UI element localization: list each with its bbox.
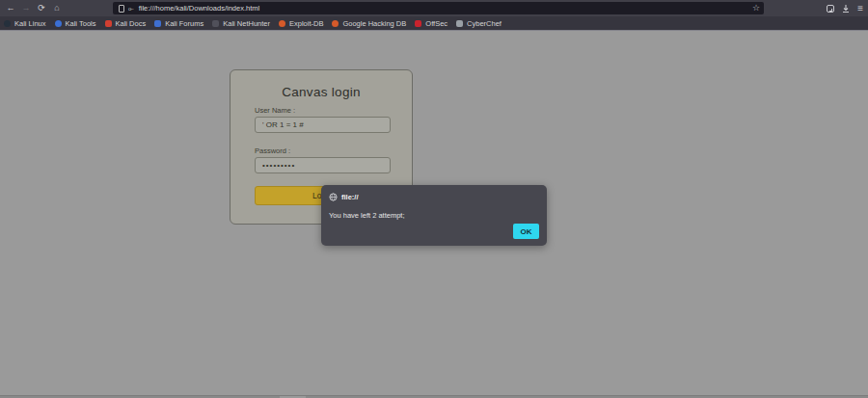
extensions-icon[interactable] [827, 5, 834, 13]
forward-icon[interactable]: → [18, 1, 34, 15]
globe-icon [329, 193, 338, 201]
download-icon[interactable] [841, 4, 851, 13]
page-content: Canvas login User Name : Password : Logi… [0, 30, 868, 398]
kali-linux-icon [4, 20, 11, 27]
kali-docs-icon [105, 20, 112, 27]
home-icon[interactable]: ⌂ [49, 1, 65, 15]
bookmarks-bar: Kali Linux Kali Tools Kali Docs Kali For… [0, 16, 868, 30]
bookmark-kali-tools[interactable]: Kali Tools [55, 19, 96, 28]
permissions-icon[interactable]: o– [128, 6, 133, 12]
bookmark-kali-linux[interactable]: Kali Linux [4, 19, 46, 28]
alert-dialog-header: file:// [321, 185, 547, 201]
bookmark-exploit-db[interactable]: Exploit-DB [279, 19, 323, 28]
page-title: Canvas login [231, 85, 412, 99]
exploit-db-icon [279, 20, 285, 27]
page-proxy-icon [119, 5, 124, 13]
back-icon[interactable]: ← [3, 1, 18, 15]
kali-nethunter-icon [212, 20, 219, 27]
browser-toolbar: ← → ⟳ ⌂ o– file:///home/kali/Downloads/i… [0, 0, 868, 16]
alert-message: You have left 2 attempt; [329, 211, 547, 220]
reload-icon[interactable]: ⟳ [34, 1, 49, 15]
ok-button[interactable]: OK [513, 224, 539, 239]
cyberchef-icon [456, 20, 463, 27]
username-field[interactable] [255, 117, 391, 133]
kali-forums-icon [154, 20, 161, 27]
alert-dialog: file:// You have left 2 attempt; OK [321, 185, 547, 246]
username-label: User Name : [255, 106, 295, 115]
bookmark-offsec[interactable]: OffSec [415, 19, 448, 28]
google-hacking-db-icon [332, 20, 339, 27]
bookmark-kali-docs[interactable]: Kali Docs [105, 19, 147, 28]
url-text[interactable]: file:///home/kali/Downloads/index.html [139, 4, 259, 13]
bookmark-kali-forums[interactable]: Kali Forums [154, 19, 203, 28]
offsec-icon [415, 20, 421, 27]
bookmark-star-icon[interactable]: ☆ [752, 3, 760, 13]
bookmark-google-hacking-db[interactable]: Google Hacking DB [332, 19, 406, 28]
browser-window: ← → ⟳ ⌂ o– file:///home/kali/Downloads/i… [0, 0, 868, 398]
url-bar[interactable]: o– file:///home/kali/Downloads/index.htm… [113, 2, 764, 14]
kali-tools-icon [55, 20, 62, 27]
bookmark-kali-nethunter[interactable]: Kali NetHunter [212, 19, 270, 28]
bookmark-cyberchef[interactable]: CyberChef [456, 19, 502, 28]
alert-source: file:// [341, 193, 359, 201]
password-field[interactable] [255, 157, 391, 173]
hamburger-menu-icon[interactable]: ≡ [857, 3, 863, 13]
password-label: Password : [255, 146, 290, 155]
